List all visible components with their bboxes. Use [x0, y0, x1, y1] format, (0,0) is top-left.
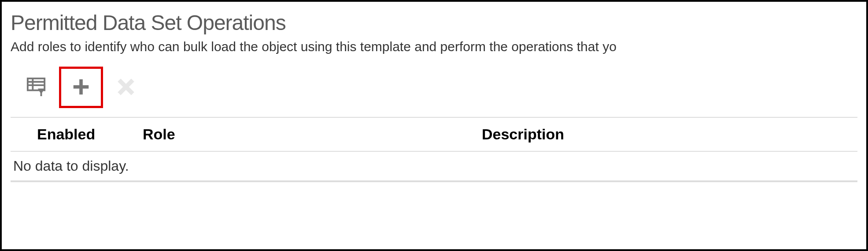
svg-rect-5 — [74, 85, 89, 89]
table-body: No data to display. — [11, 152, 857, 181]
toolbar — [11, 63, 857, 117]
section-title: Permitted Data Set Operations — [11, 11, 857, 35]
add-button[interactable] — [59, 67, 103, 108]
table-header: Enabled Role Description — [11, 118, 857, 152]
remove-button[interactable] — [114, 75, 138, 100]
close-icon — [116, 77, 136, 98]
column-header-description[interactable]: Description — [482, 126, 857, 143]
plus-icon — [71, 77, 91, 98]
column-header-enabled[interactable]: Enabled — [37, 126, 143, 143]
query-by-example-button[interactable] — [24, 75, 48, 100]
roles-table: Enabled Role Description No data to disp… — [11, 117, 857, 182]
empty-message: No data to display. — [11, 152, 857, 180]
permitted-operations-panel: Permitted Data Set Operations Add roles … — [0, 0, 868, 251]
column-header-role[interactable]: Role — [143, 126, 482, 143]
section-subtext: Add roles to identify who can bulk load … — [11, 39, 857, 54]
filter-table-icon — [26, 77, 46, 98]
